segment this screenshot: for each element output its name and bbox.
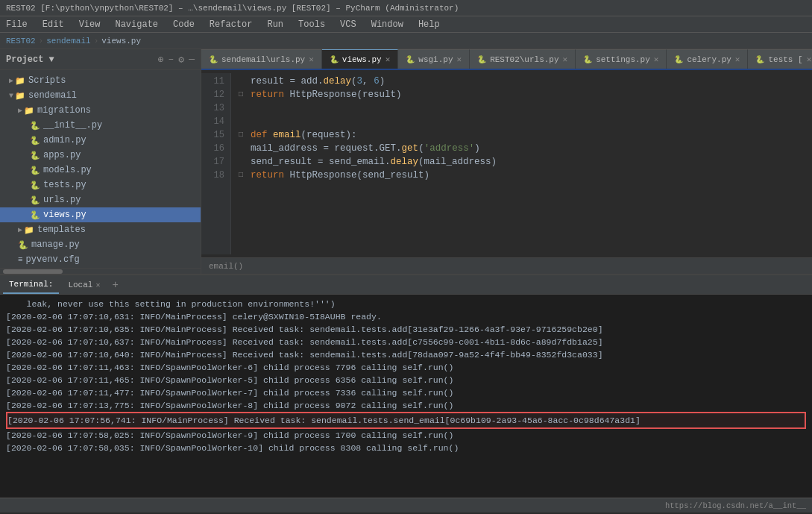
tab-close-icon[interactable]: ✕ (385, 54, 391, 64)
sidebar-title: Project ▼ (6, 54, 158, 65)
fold-icon[interactable]: □ (239, 169, 251, 182)
tab-tests[interactable]: 🐍 tests [ ✕ (748, 49, 812, 69)
sidebar-item-templates[interactable]: ▶ 📁 templates (0, 222, 201, 237)
sidebar-item-label: templates (37, 225, 86, 235)
code-line-15: □ def email(request): (239, 128, 812, 142)
sidebar-scrollbar[interactable] (0, 268, 201, 274)
tab-bar: 🐍 sendemail\urls.py ✕ 🐍 views.py ✕ 🐍 wsg… (201, 49, 812, 70)
menu-tools[interactable]: Tools (295, 18, 328, 31)
tab-close-icon[interactable]: ✕ (309, 54, 314, 64)
terminal-line-highlighted: [2020-02-06 17:07:56,741: INFO/MainProce… (6, 412, 806, 429)
breadcrumb-views[interactable]: views.py (101, 37, 141, 46)
sidebar-item-pyvenv[interactable]: ≡ pyvenv.cfg (0, 252, 201, 267)
breadcrumb-sendemail[interactable]: sendemail (46, 37, 90, 46)
tab-close-icon[interactable]: ✕ (563, 54, 568, 64)
sidebar-close-icon[interactable]: — (189, 54, 195, 66)
tab-rest02urls[interactable]: 🐍 REST02\urls.py ✕ (470, 49, 576, 69)
sidebar: Project ▼ ⊕ – ⚙ — ▶ 📁 Scripts (0, 49, 201, 274)
sidebar-item-sendemail[interactable]: ▼ 📁 sendemail (0, 88, 201, 103)
config-file-icon: ≡ (18, 255, 23, 264)
tab-label: settings.py (596, 55, 650, 64)
sidebar-item-label: models.py (43, 165, 92, 175)
sidebar-item-migrations[interactable]: ▶ 📁 migrations (0, 103, 201, 118)
tab-celery[interactable]: 🐍 celery.py ✕ (667, 49, 748, 69)
folder-icon: 📁 (15, 91, 25, 101)
terminal-tab-label: Local (68, 280, 92, 289)
tab-wsgi[interactable]: 🐍 wsgi.py ✕ (398, 49, 470, 69)
sidebar-item-label: urls.py (43, 195, 81, 205)
terminal-line: [2020-02-06 17:07:11,465: INFO/SpawnPool… (6, 374, 806, 386)
terminal-tab-close-icon[interactable]: ✕ (95, 280, 100, 289)
menu-window[interactable]: Window (368, 18, 406, 31)
sidebar-item-label: migrations (37, 105, 91, 116)
code-line-18: □ return HttpResponse(send_result) (239, 169, 812, 182)
menu-code[interactable]: Code (170, 18, 198, 31)
menu-bar: File Edit View Navigate Code Refactor Ru… (0, 16, 812, 33)
python-icon: 🐍 (330, 55, 339, 64)
code-lines[interactable]: result = add.delay(3, 6) □ return HttpRe… (231, 73, 812, 254)
sidebar-item-label: __init__.py (43, 120, 102, 131)
tab-settings[interactable]: 🐍 settings.py ✕ (576, 49, 667, 69)
sidebar-item-apps[interactable]: 🐍 apps.py (0, 148, 201, 163)
tab-close-icon[interactable]: ✕ (457, 54, 462, 64)
terminal-add-tab-button[interactable]: + (109, 279, 121, 291)
sidebar-settings-icon[interactable]: ⚙ (178, 54, 184, 66)
tab-sendemailurls[interactable]: 🐍 sendemail\urls.py ✕ (201, 49, 322, 69)
tab-close-icon[interactable]: ✕ (807, 54, 812, 64)
breadcrumb-root[interactable]: REST02 (6, 37, 36, 46)
terminal-line: [2020-02-06 17:07:10,637: INFO/MainProce… (6, 336, 806, 348)
status-url[interactable]: https://blog.csdn.net/a__int__ (665, 501, 806, 510)
sidebar-tree: ▶ 📁 Scripts ▼ 📁 sendemail ▶ 📁 migrations (0, 70, 201, 268)
menu-file[interactable]: File (3, 18, 31, 31)
python-icon: 🐍 (583, 55, 592, 64)
menu-view[interactable]: View (76, 18, 104, 31)
bottom-breadcrumb: email() (201, 257, 812, 274)
python-file-icon: 🐍 (30, 121, 40, 131)
sidebar-item-models[interactable]: 🐍 models.py (0, 163, 201, 178)
terminal-tab-local[interactable]: Local ✕ (62, 276, 106, 294)
sidebar-item-manage[interactable]: 🐍 manage.py (0, 237, 201, 252)
terminal-tab-terminal[interactable]: Terminal: (3, 276, 59, 294)
tab-close-icon[interactable]: ✕ (735, 54, 740, 64)
terminal-line: leak, never use this setting in producti… (6, 298, 806, 310)
arrow-icon: ▶ (18, 106, 22, 115)
terminal-line: [2020-02-06 17:07:58,035: INFO/SpawnPool… (6, 442, 806, 454)
fold-icon[interactable]: □ (239, 88, 251, 101)
menu-refactor[interactable]: Refactor (207, 18, 256, 31)
sidebar-item-init[interactable]: 🐍 __init__.py (0, 118, 201, 133)
menu-help[interactable]: Help (415, 18, 443, 31)
tab-close-icon[interactable]: ✕ (654, 54, 659, 64)
terminal-tab-label: Terminal: (9, 280, 53, 289)
fold-icon[interactable]: □ (239, 128, 251, 142)
terminal-line: [2020-02-06 17:07:10,631: INFO/MainProce… (6, 310, 806, 323)
tab-views[interactable]: 🐍 views.py ✕ (322, 49, 398, 69)
sidebar-item-tests[interactable]: 🐍 tests.py (0, 178, 201, 192)
sidebar-item-views[interactable]: 🐍 views.py (0, 207, 201, 222)
sidebar-item-admin[interactable]: 🐍 admin.py (0, 133, 201, 148)
tab-label: celery.py (687, 55, 731, 64)
python-file-icon: 🐍 (30, 151, 40, 160)
menu-run[interactable]: Run (264, 18, 286, 31)
sidebar-item-scripts[interactable]: ▶ 📁 Scripts (0, 73, 201, 88)
sidebar-collapse-icon[interactable]: – (169, 54, 174, 66)
breadcrumb-text: email() (209, 262, 243, 271)
menu-navigate[interactable]: Navigate (112, 18, 161, 31)
title-bar: REST02 [F:\python\ynpython\REST02] – …\s… (0, 0, 812, 16)
sidebar-scrollbar-thumb[interactable] (3, 269, 63, 274)
sidebar-item-urls[interactable]: 🐍 urls.py (0, 192, 201, 207)
terminal-content[interactable]: leak, never use this setting in producti… (0, 295, 812, 498)
terminal-tabs: Terminal: Local ✕ + (0, 275, 812, 295)
sidebar-item-label: pyvenv.cfg (26, 254, 80, 265)
folder-icon: 📁 (24, 106, 34, 116)
terminal-line: [2020-02-06 17:07:10,640: INFO/MainProce… (6, 348, 806, 361)
code-line-11: result = add.delay(3, 6) (239, 75, 812, 88)
menu-vcs[interactable]: VCS (337, 18, 359, 31)
menu-edit[interactable]: Edit (40, 18, 67, 31)
sidebar-icons: ⊕ – ⚙ — (158, 54, 195, 66)
code-editor: 🐍 sendemail\urls.py ✕ 🐍 views.py ✕ 🐍 wsg… (201, 49, 812, 274)
sidebar-item-label: manage.py (31, 239, 80, 250)
sidebar-locate-icon[interactable]: ⊕ (158, 54, 164, 66)
tab-label: wsgi.py (418, 55, 453, 64)
tab-label: sendemail\urls.py (221, 55, 305, 64)
code-content: 11 12 13 14 15 16 17 18 result = add.del… (201, 70, 812, 257)
